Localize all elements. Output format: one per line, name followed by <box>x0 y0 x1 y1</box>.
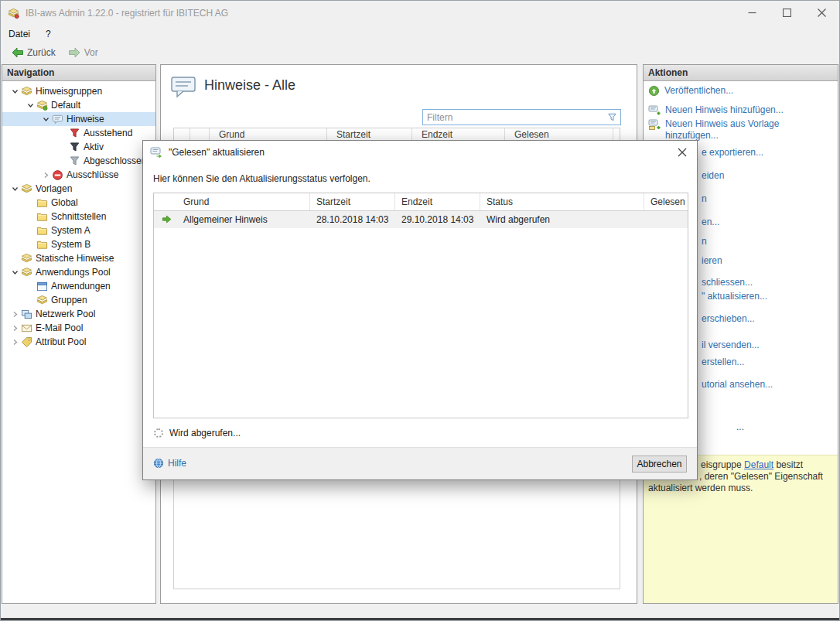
tree-item-gruppen[interactable]: Gruppen <box>2 293 155 307</box>
action-neuer-hinweis[interactable]: Neuen Hinweis hinzufügen... <box>648 104 784 117</box>
green-arrow-icon <box>162 214 172 224</box>
column-icon-1[interactable] <box>174 128 190 141</box>
back-arrow-icon <box>11 46 24 59</box>
expander-collapsed-icon[interactable] <box>9 325 21 332</box>
tree-item-system-b[interactable]: System B <box>2 237 155 251</box>
column-grund[interactable]: Grund <box>154 193 310 210</box>
info-line-3: aktualisiert werden muss. <box>648 483 753 493</box>
forward-arrow-icon <box>68 46 81 59</box>
filter-box <box>422 109 621 125</box>
menu-help[interactable]: ? <box>38 26 59 43</box>
action-veroeffentlichen[interactable]: Veröffentlichen... <box>648 85 733 97</box>
dialog-titlebar: "Gelesen" aktualisieren <box>143 141 697 164</box>
column-icon-2[interactable] <box>190 128 210 141</box>
application-window-icon <box>36 281 51 292</box>
expander-expanded-icon[interactable] <box>9 269 21 276</box>
action-hinweis-aus-vorlage[interactable]: Neuen Hinweis aus Vorlage hinzufügen... <box>648 118 798 142</box>
expander-collapsed-icon[interactable] <box>39 172 52 179</box>
tree-item-attribut-pool[interactable]: Attribut Pool <box>2 335 155 349</box>
tree-item-statische-hinweise[interactable]: Statische Hinweise <box>2 251 155 265</box>
tree-item-anwendungen[interactable]: Anwendungen <box>2 279 155 293</box>
tree-item-hinweise[interactable]: Hinweise <box>2 112 155 126</box>
action-link-fragment[interactable]: utorial ansehen... <box>702 380 773 390</box>
column-endzeit[interactable]: Endzeit <box>395 193 480 210</box>
help-globe-icon <box>153 458 164 469</box>
tree-item-system-a[interactable]: System A <box>2 223 155 237</box>
column-startzeit[interactable]: Startzeit <box>310 193 395 210</box>
action-link-fragment[interactable]: ieren <box>702 256 722 266</box>
group-icon <box>36 100 51 111</box>
info-line-2: , deren "Gelesen" Eigenschaft <box>699 471 823 482</box>
action-link-fragment[interactable]: schliessen... <box>702 278 753 288</box>
menu-datei[interactable]: Datei <box>1 26 38 43</box>
column-startzeit[interactable]: Startzeit <box>327 128 412 141</box>
action-link-fragment[interactable]: n <box>702 194 707 204</box>
dialog-footer: Hilfe Abbrechen <box>143 447 697 479</box>
tree-item-netzwerk-pool[interactable]: Netzwerk Pool <box>2 307 155 321</box>
help-link[interactable]: Hilfe <box>153 458 186 469</box>
cancel-button[interactable]: Abbrechen <box>632 456 687 473</box>
tree-item-email-pool[interactable]: E-Mail Pool <box>2 321 155 335</box>
column-status[interactable]: Status <box>480 193 644 210</box>
action-link-fragment[interactable]: e exportieren... <box>702 148 763 158</box>
action-link-fragment[interactable]: " aktualisieren... <box>702 292 767 302</box>
exclusion-icon <box>52 169 67 181</box>
dialog-notes-icon <box>150 146 162 159</box>
tree-item-global[interactable]: Global <box>2 196 155 210</box>
column-endzeit[interactable]: Endzeit <box>412 128 505 141</box>
table-row[interactable]: Allgemeiner Hinweis 28.10.2018 14:03 29.… <box>154 211 688 228</box>
cell-grund: Allgemeiner Hinweis <box>154 214 310 225</box>
info-line-1: eisgruppe Default besitzt <box>701 459 803 470</box>
action-overflow-ellipsis[interactable]: ... <box>736 422 744 432</box>
tree-item-aktiv[interactable]: Aktiv <box>2 140 155 154</box>
default-group-link[interactable]: Default <box>744 459 773 470</box>
column-gelesen[interactable]: Gelesen <box>644 193 689 210</box>
cell-status: Wird abgerufen <box>480 214 644 225</box>
column-grund[interactable]: Grund <box>210 128 327 141</box>
tree-item-hinweisgruppen[interactable]: Hinweisgruppen <box>2 84 155 98</box>
back-button[interactable]: Zurück <box>7 45 60 60</box>
add-note-icon <box>648 104 661 117</box>
filter-funnel-icon[interactable] <box>607 112 617 122</box>
tree-item-abgeschlossen[interactable]: Abgeschlossen <box>2 154 155 168</box>
forward-button[interactable]: Vor <box>64 45 102 60</box>
funnel-red-icon <box>69 128 84 139</box>
action-link-fragment[interactable]: n <box>702 237 707 247</box>
column-gelesen[interactable]: Gelesen <box>505 128 613 141</box>
gelesen-aktualisieren-dialog: "Gelesen" aktualisieren Hier können Sie … <box>142 140 698 480</box>
action-link-fragment[interactable]: en... <box>702 217 719 227</box>
tree-item-ausstehend[interactable]: Ausstehend <box>2 126 155 140</box>
action-link-fragment[interactable]: erschieben... <box>702 314 755 324</box>
tree-item-schnittstellen[interactable]: Schnittstellen <box>2 210 155 223</box>
tree-item-anwendungs-pool[interactable]: Anwendungs Pool <box>2 265 155 279</box>
expander-collapsed-icon[interactable] <box>9 339 21 346</box>
actions-header: Aktionen <box>644 65 838 81</box>
expander-expanded-icon[interactable] <box>24 102 36 109</box>
action-link-fragment[interactable]: eiden <box>702 171 724 181</box>
tree-item-ausschluesse[interactable]: Ausschlüsse <box>2 168 155 182</box>
expander-expanded-icon[interactable] <box>9 186 21 193</box>
tree-item-vorlagen[interactable]: Vorlagen <box>2 182 155 196</box>
toolbar: Zurück Vor <box>1 43 839 63</box>
close-button[interactable] <box>804 1 839 25</box>
folder-icon <box>36 239 51 251</box>
dialog-description: Hier können Sie den Aktualisierungsstatu… <box>153 173 370 184</box>
help-label: Hilfe <box>168 458 186 469</box>
funnel-dark-icon <box>69 142 84 153</box>
layers-icon <box>36 295 51 306</box>
expander-collapsed-icon[interactable] <box>9 311 21 318</box>
minimize-icon <box>748 9 756 17</box>
filter-input[interactable] <box>423 112 607 123</box>
maximize-button[interactable] <box>770 1 804 25</box>
window-bottom-edge <box>1 618 839 620</box>
cell-startzeit: 28.10.2018 14:03 <box>310 214 395 225</box>
app-icon <box>8 8 19 19</box>
action-link-fragment[interactable]: il versenden... <box>702 340 760 350</box>
expander-expanded-icon[interactable] <box>9 88 21 95</box>
minimize-button[interactable] <box>735 1 770 25</box>
expander-expanded-icon[interactable] <box>39 116 52 123</box>
close-icon <box>678 148 687 157</box>
tree-item-default[interactable]: Default <box>2 98 155 112</box>
dialog-close-button[interactable] <box>668 142 696 163</box>
action-link-fragment[interactable]: erstellen... <box>702 357 744 367</box>
